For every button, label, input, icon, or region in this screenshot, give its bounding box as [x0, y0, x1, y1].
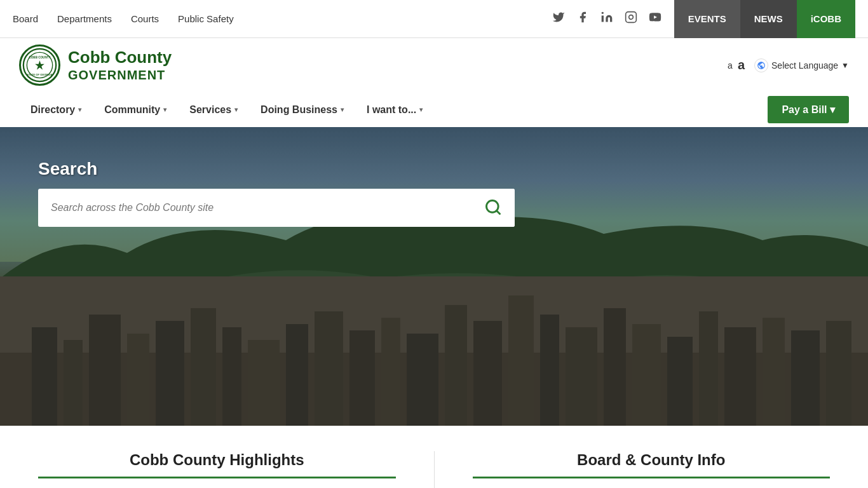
highlights-section: Cobb County Highlights: [38, 451, 396, 488]
svg-text:STATE OF GEORGIA: STATE OF GEORGIA: [27, 73, 52, 76]
site-logo[interactable]: COBB COUNTY STATE OF GEORGIA Cobb County…: [19, 44, 172, 86]
nav-i-want-to[interactable]: I want to... ▾: [355, 92, 434, 127]
svg-text:COBB COUNTY: COBB COUNTY: [29, 56, 50, 59]
svg-point-0: [601, 12, 603, 14]
search-box: [38, 189, 515, 227]
below-hero-section: Cobb County Highlights Board & County In…: [0, 426, 868, 488]
nav-doing-business[interactable]: Doing Business ▾: [249, 92, 355, 127]
header-right: a a Select Language ▼: [728, 58, 849, 72]
font-size-controls: a a: [728, 58, 745, 72]
search-input[interactable]: [38, 191, 471, 225]
pay-bill-button[interactable]: Pay a Bill ▾: [768, 96, 849, 123]
font-large-button[interactable]: a: [738, 58, 745, 72]
nav-directory[interactable]: Directory ▾: [19, 92, 93, 127]
site-header: COBB COUNTY STATE OF GEORGIA Cobb County…: [0, 38, 868, 92]
font-small-button[interactable]: a: [728, 60, 733, 71]
select-language-label: Select Language: [771, 60, 838, 71]
nav-community[interactable]: Community ▾: [93, 92, 178, 127]
language-dropdown-arrow: ▼: [841, 61, 849, 70]
search-icon: [484, 198, 502, 218]
services-arrow: ▾: [234, 106, 238, 113]
i-want-to-arrow: ▾: [419, 106, 423, 113]
community-arrow: ▾: [163, 106, 166, 113]
nav-board[interactable]: Board: [13, 13, 38, 24]
twitter-icon[interactable]: [552, 11, 565, 27]
google-translate-widget[interactable]: Select Language ▼: [754, 58, 849, 72]
news-button[interactable]: NEWS: [740, 0, 797, 38]
google-icon: [754, 58, 768, 72]
events-button[interactable]: EVENTS: [674, 0, 740, 38]
hero-content: Search: [38, 159, 515, 227]
directory-arrow: ▾: [78, 106, 81, 113]
facebook-icon[interactable]: [576, 11, 589, 27]
top-bar: Board Departments Courts Public Safety E…: [0, 0, 868, 38]
youtube-icon[interactable]: [649, 11, 661, 27]
linkedin-icon[interactable]: [600, 11, 613, 27]
highlights-title: Cobb County Highlights: [38, 451, 396, 478]
svg-rect-1: [625, 12, 636, 23]
icobb-button[interactable]: iCOBB: [797, 0, 855, 38]
search-heading: Search: [38, 159, 515, 179]
nav-public-safety[interactable]: Public Safety: [178, 13, 234, 24]
logo-seal: COBB COUNTY STATE OF GEORGIA: [19, 44, 60, 86]
logo-text: Cobb County GOVERNMENT: [68, 48, 172, 83]
nav-services[interactable]: Services ▾: [178, 92, 249, 127]
hero-section: Search: [0, 127, 868, 426]
top-bar-right: EVENTS NEWS iCOBB: [552, 0, 855, 38]
board-info-section: Board & County Info 📋 Agenda and Minutes: [473, 451, 831, 488]
section-divider: [434, 451, 435, 488]
nav-courts[interactable]: Courts: [131, 13, 159, 24]
nav-departments[interactable]: Departments: [57, 13, 112, 24]
top-nav: Board Departments Courts Public Safety: [13, 13, 234, 24]
doing-business-arrow: ▾: [341, 106, 344, 113]
board-info-title: Board & County Info: [473, 451, 831, 478]
svg-line-39: [496, 210, 499, 214]
search-submit-button[interactable]: [471, 189, 515, 227]
social-icons: [552, 11, 661, 27]
main-navigation: Directory ▾ Community ▾ Services ▾ Doing…: [0, 92, 868, 127]
instagram-icon[interactable]: [625, 11, 637, 27]
